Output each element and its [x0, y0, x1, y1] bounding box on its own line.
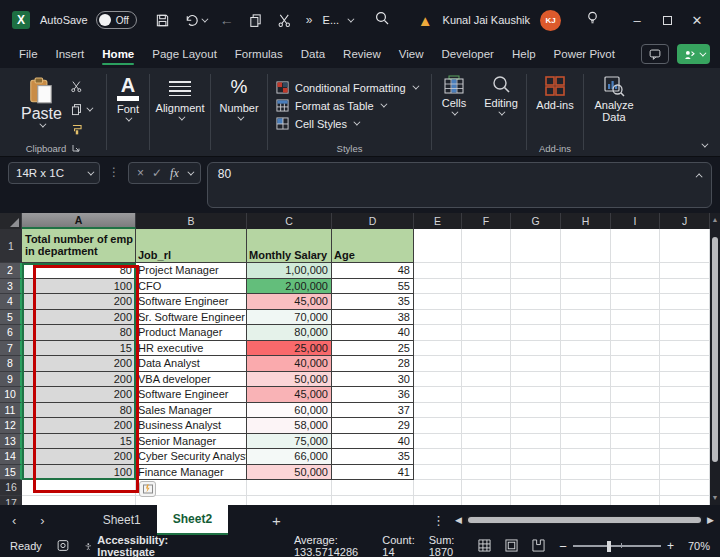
page-break-view-icon[interactable] — [532, 539, 545, 554]
new-sheet-button[interactable]: + — [256, 512, 297, 529]
cell-h8[interactable] — [561, 356, 611, 372]
column-header-d[interactable]: D — [332, 213, 414, 229]
cell-d3[interactable]: 55 — [332, 279, 414, 295]
share-button[interactable] — [677, 44, 710, 64]
row-header-6[interactable]: 6 — [0, 325, 22, 341]
cell-c8[interactable]: 40,000 — [247, 356, 332, 372]
sheet-tab-sheet2[interactable]: Sheet2 — [157, 505, 228, 535]
row-header-14[interactable]: 14 — [0, 449, 22, 465]
row-header-17[interactable]: 17 — [0, 496, 22, 506]
cell-a14[interactable]: 200 — [22, 449, 136, 465]
cell-i12[interactable] — [611, 418, 660, 434]
cell-h14[interactable] — [561, 449, 611, 465]
cell-e10[interactable] — [414, 387, 462, 403]
zoom-in-icon[interactable]: + — [667, 539, 674, 553]
cell-a15[interactable]: 100 — [22, 465, 136, 481]
cells-group[interactable]: Cells — [432, 68, 476, 156]
horizontal-scrollbar[interactable]: ◀ ▶ — [455, 515, 720, 525]
cell-f13[interactable] — [462, 434, 511, 450]
cell-i7[interactable] — [611, 341, 660, 357]
cell-i2[interactable] — [611, 263, 660, 279]
row-header-12[interactable]: 12 — [0, 418, 22, 434]
column-header-j[interactable]: J — [660, 213, 710, 229]
cell-f14[interactable] — [462, 449, 511, 465]
editing-group[interactable]: Editing — [476, 68, 526, 156]
cell-e6[interactable] — [414, 325, 462, 341]
cell-e16[interactable] — [414, 480, 462, 496]
cell-b15[interactable]: Finance Manager — [136, 465, 247, 481]
horizontal-scroll-thumb[interactable] — [468, 517, 701, 523]
cell-g7[interactable] — [511, 341, 561, 357]
status-count[interactable]: Count: 14 — [382, 534, 414, 557]
cell-i4[interactable] — [611, 294, 660, 310]
cell-f12[interactable] — [462, 418, 511, 434]
maximize-button[interactable] — [652, 13, 682, 28]
warning-icon[interactable]: ▲ — [418, 13, 433, 28]
row-header-13[interactable]: 13 — [0, 434, 22, 450]
menu-tab-help[interactable]: Help — [503, 43, 545, 65]
cell-i13[interactable] — [611, 434, 660, 450]
cell-j2[interactable] — [660, 263, 710, 279]
cell-b13[interactable]: Senior Manager — [136, 434, 247, 450]
cancel-entry-icon[interactable]: × — [137, 166, 144, 180]
accessibility-status[interactable]: Accessibility: Investigate — [84, 534, 184, 557]
cell-b11[interactable]: Sales Manager — [136, 403, 247, 419]
cell-j8[interactable] — [660, 356, 710, 372]
cell-b5[interactable]: Sr. Software Engineer — [136, 310, 247, 326]
cell-a5[interactable]: 200 — [22, 310, 136, 326]
toolbar-overflow-icon[interactable]: » — [306, 13, 313, 27]
cell-i8[interactable] — [611, 356, 660, 372]
cell-j16[interactable] — [660, 480, 710, 496]
cell-c3[interactable]: 2,00,000 — [247, 279, 332, 295]
cell-d4[interactable]: 35 — [332, 294, 414, 310]
cell-e1[interactable] — [414, 229, 462, 263]
format-painter-icon[interactable] — [70, 122, 91, 140]
cell-h9[interactable] — [561, 372, 611, 388]
cell-h6[interactable] — [561, 325, 611, 341]
cell-b3[interactable]: CFO — [136, 279, 247, 295]
next-sheet-icon[interactable]: › — [28, 513, 56, 528]
cell-h10[interactable] — [561, 387, 611, 403]
cell-i5[interactable] — [611, 310, 660, 326]
cell-b8[interactable]: Data Analyst — [136, 356, 247, 372]
page-layout-view-icon[interactable] — [505, 539, 518, 554]
cell-j1[interactable] — [660, 229, 710, 263]
cell-g2[interactable] — [511, 263, 561, 279]
cell-g3[interactable] — [511, 279, 561, 295]
cell-d2[interactable]: 48 — [332, 263, 414, 279]
insert-function-icon[interactable]: fx — [170, 166, 179, 181]
cell-h16[interactable] — [561, 480, 611, 496]
row-header-4[interactable]: 4 — [0, 294, 22, 310]
cell-b10[interactable]: Software Engineer — [136, 387, 247, 403]
cell-e13[interactable] — [414, 434, 462, 450]
menu-tab-review[interactable]: Review — [334, 43, 390, 65]
cell-a17[interactable] — [22, 496, 136, 506]
undo-dropdown-icon[interactable] — [201, 15, 208, 22]
cell-g15[interactable] — [511, 465, 561, 481]
cell-c2[interactable]: 1,00,000 — [247, 263, 332, 279]
cell-e11[interactable] — [414, 403, 462, 419]
cell-f1[interactable] — [462, 229, 511, 263]
cell-d16[interactable] — [332, 480, 414, 496]
cell-h4[interactable] — [561, 294, 611, 310]
cell-a9[interactable]: 200 — [22, 372, 136, 388]
sheet-tab-options-icon[interactable]: ⋮ — [422, 513, 455, 528]
cell-d15[interactable]: 41 — [332, 465, 414, 481]
cell-f8[interactable] — [462, 356, 511, 372]
cell-c10[interactable]: 45,000 — [247, 387, 332, 403]
comments-button[interactable] — [641, 44, 669, 64]
cut-ribbon-icon[interactable] — [70, 79, 91, 97]
select-all-corner[interactable] — [0, 213, 22, 229]
cell-g13[interactable] — [511, 434, 561, 450]
menu-tab-page-layout[interactable]: Page Layout — [143, 43, 226, 65]
user-name[interactable]: Kunal Jai Kaushik — [443, 14, 530, 26]
row-header-5[interactable]: 5 — [0, 310, 22, 326]
cell-e4[interactable] — [414, 294, 462, 310]
collapse-formula-bar-icon[interactable] — [698, 167, 703, 181]
close-button[interactable]: ✕ — [682, 13, 712, 28]
cell-i11[interactable] — [611, 403, 660, 419]
cell-i16[interactable] — [611, 480, 660, 496]
cell-i3[interactable] — [611, 279, 660, 295]
cell-c6[interactable]: 80,000 — [247, 325, 332, 341]
cell-g12[interactable] — [511, 418, 561, 434]
